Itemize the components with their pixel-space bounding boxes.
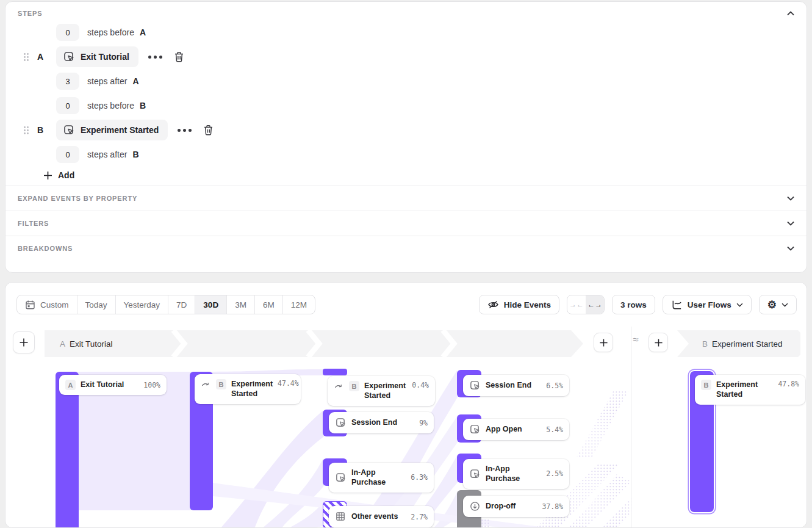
flow-node-drop-off[interactable]: Drop-off 37.8% — [463, 496, 569, 517]
hide-events-label: Hide Events — [504, 300, 551, 309]
step-ref-letter: B — [132, 150, 138, 159]
delete-step-icon[interactable] — [174, 51, 184, 62]
date-range-12m[interactable]: 12M — [283, 295, 315, 314]
date-range-label: 12M — [291, 300, 307, 309]
event-icon — [335, 472, 347, 483]
date-range-3m[interactable]: 3M — [227, 295, 255, 314]
steps-count-label: steps after — [87, 150, 127, 159]
date-range-label: Yesterday — [124, 300, 160, 309]
column-header-a[interactable]: A Exit Tutorial — [60, 330, 113, 357]
more-options-icon[interactable] — [178, 129, 192, 132]
steps-count-input[interactable]: 0 — [56, 97, 79, 114]
node-value: 9% — [419, 419, 428, 427]
node-value: 2.5% — [546, 469, 563, 478]
node-value: 47.8% — [778, 380, 799, 388]
add-column-left-button[interactable] — [13, 331, 35, 353]
gear-icon: ⚙ — [767, 300, 777, 310]
view-type-dropdown[interactable]: User Flows — [663, 295, 752, 314]
rows-count-button[interactable]: 3 rows — [612, 295, 655, 314]
date-range-custom[interactable]: Custom — [17, 295, 77, 314]
steps-count-input[interactable]: 0 — [56, 24, 79, 41]
node-name: Experiment Started — [364, 381, 407, 401]
rows-count-label: 3 rows — [620, 300, 647, 309]
steps-section-header[interactable]: STEPS — [5, 2, 807, 20]
section-label: BREAKDOWNS — [18, 245, 73, 252]
step-ref-letter: A — [132, 76, 138, 86]
flow-node-exit-tutorial[interactable]: A Exit Tutorial 100% — [59, 375, 167, 395]
collapse-columns-button[interactable]: →← — [567, 295, 586, 314]
hide-events-button[interactable]: Hide Events — [479, 295, 559, 314]
flow-node-other-events[interactable]: Other events 2.7% — [329, 506, 434, 527]
node-value: 6.3% — [411, 473, 428, 482]
section-filters[interactable]: FILTERS — [5, 211, 807, 236]
section-breakdowns[interactable]: BREAKDOWNS — [5, 236, 807, 261]
flow-bar-experiment-started-small[interactable] — [323, 369, 347, 375]
return-arrow-icon — [334, 381, 344, 391]
step-ref-letter: B — [140, 101, 146, 110]
flow-node-experiment-started[interactable]: B Experiment Started 47.4% — [195, 374, 301, 404]
drag-handle-icon[interactable] — [23, 52, 37, 62]
node-name: Other events — [351, 512, 406, 521]
flow-node-session-end[interactable]: Session End 9% — [329, 412, 434, 433]
query-builder-card: STEPS 0 steps before A A Exit Tutorial — [5, 1, 807, 273]
date-range-6m[interactable]: 6M — [255, 295, 283, 314]
date-range-label: Custom — [40, 300, 69, 309]
column-label: Experiment Started — [712, 339, 783, 349]
delete-step-icon[interactable] — [203, 125, 214, 136]
drag-handle-icon[interactable] — [23, 126, 37, 135]
steps-after-row: 0 steps after B — [5, 142, 807, 167]
step-badge: A — [65, 380, 76, 390]
step-row-a: A Exit Tutorial — [5, 45, 807, 69]
date-range-today[interactable]: Today — [77, 295, 116, 314]
steps-before-row: 0 steps before A — [5, 20, 807, 45]
settings-dropdown[interactable]: ⚙ — [759, 295, 797, 314]
flow-node-experiment-started-final[interactable]: B Experiment Started 47.8% — [695, 375, 805, 405]
steps-count-label: steps before — [87, 101, 134, 110]
add-step-before-button[interactable] — [649, 333, 668, 352]
event-select-button[interactable]: Exit Tutorial — [56, 46, 138, 67]
date-range-7d[interactable]: 7D — [168, 295, 195, 314]
event-name: Experiment Started — [81, 125, 159, 135]
node-name: Session End — [486, 380, 541, 390]
collapse-expand-control: →← ←→ — [567, 295, 605, 314]
return-arrow-icon — [201, 379, 211, 389]
expand-columns-button[interactable]: ←→ — [586, 295, 604, 314]
steps-list: 0 steps before A A Exit Tutorial — [5, 20, 807, 186]
node-value: 6.5% — [546, 382, 563, 390]
node-value: 37.8% — [542, 502, 563, 511]
node-name: Session End — [351, 418, 414, 427]
column-label: Exit Tutorial — [70, 339, 113, 349]
plus-icon — [43, 171, 52, 180]
steps-count-input[interactable]: 3 — [56, 73, 79, 90]
node-value: 100% — [143, 381, 160, 389]
event-select-button[interactable]: Experiment Started — [56, 120, 168, 140]
flow-node-session-end-2[interactable]: Session End 6.5% — [463, 375, 569, 396]
node-name: In-App Purchase — [486, 464, 541, 484]
add-step-after-button[interactable] — [594, 333, 613, 352]
date-range-yesterday[interactable]: Yesterday — [116, 295, 169, 314]
steps-count-input[interactable]: 0 — [56, 146, 79, 163]
column-header-b[interactable]: B Experiment Started — [702, 330, 783, 357]
chart-toolbar: Custom Today Yesterday 7D 30D 3M 6M 12M … — [16, 295, 797, 314]
node-name: Experiment Started — [716, 380, 773, 400]
flow-node-in-app-purchase[interactable]: In-App Purchase 6.3% — [329, 463, 434, 493]
node-name: Drop-off — [486, 501, 537, 511]
plus-icon — [599, 338, 608, 347]
chevron-up-icon[interactable] — [787, 11, 794, 16]
steps-after-row: 3 steps after A — [5, 69, 807, 93]
flow-node-app-open[interactable]: App Open 5.4% — [463, 419, 569, 440]
add-step-button[interactable]: Add — [43, 170, 807, 180]
date-range-30d-selected[interactable]: 30D — [195, 295, 227, 314]
section-label: EXPAND EVENTS BY PROPERTY — [18, 195, 137, 202]
date-range-label: 6M — [263, 300, 275, 309]
flow-node-in-app-purchase-2[interactable]: In-App Purchase 2.5% — [463, 459, 569, 489]
more-options-icon[interactable] — [148, 56, 162, 59]
section-expand-events-by-property[interactable]: EXPAND EVENTS BY PROPERTY — [5, 186, 807, 211]
node-name: App Open — [486, 424, 541, 434]
flow-node-experiment-started-small[interactable]: B Experiment Started 0.4% — [328, 376, 435, 406]
date-range-label: 3M — [235, 300, 246, 309]
date-range-label: 7D — [176, 300, 187, 309]
flow-bar-exit-tutorial[interactable] — [56, 372, 79, 528]
chevron-down-icon — [787, 196, 794, 201]
add-label: Add — [58, 170, 74, 180]
